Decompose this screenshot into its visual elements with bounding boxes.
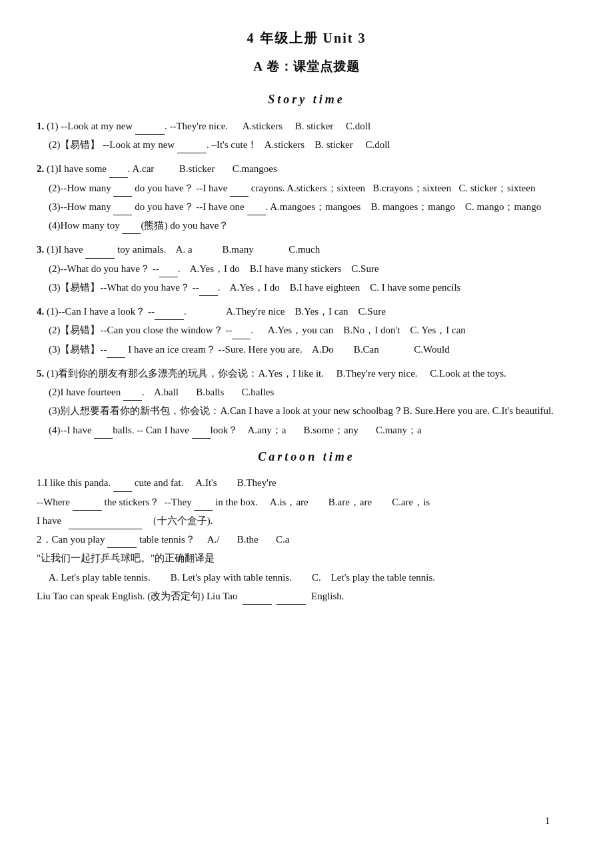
q2-line3: (3)--How many do you have？ --I have one …	[37, 198, 576, 215]
blank-q2-4[interactable]	[113, 205, 132, 215]
blank-q4-2[interactable]	[232, 329, 251, 339]
blank-q5-2[interactable]	[94, 428, 113, 439]
blank-q2-6[interactable]	[122, 223, 141, 234]
q1-line1: 1. (1) --Look at my new . --They're nice…	[37, 117, 576, 135]
blank-q2-3[interactable]	[230, 186, 249, 197]
q5-line2: (2)I have fourteen . A.ball B.balls C.ba…	[37, 383, 576, 401]
q3-label: 3.	[37, 244, 44, 255]
q1-line2: (2)【易错】 --Look at my new . –It's cute！ A…	[37, 136, 576, 153]
question-3: 3. (1)I have toy animals. A. a B.many C.…	[37, 241, 576, 296]
question-4: 4. (1)--Can I have a look？ --. A.They're…	[37, 303, 576, 358]
cartoon-line3: I have （十六个盒子).	[37, 512, 576, 529]
cartoon-line4: 2．Can you play table tennis？ A./ B.the C…	[37, 531, 576, 548]
blank-c5[interactable]	[107, 537, 137, 548]
page-wrapper: 4 年级上册 Unit 3 A 卷：课堂点拨题 Story time 1. (1…	[37, 27, 576, 841]
question-1: 1. (1) --Look at my new . --They're nice…	[37, 117, 576, 154]
blank-q3-2[interactable]	[159, 267, 178, 277]
q5-label: 5.	[37, 368, 44, 379]
blank-c7[interactable]	[277, 594, 306, 605]
q4-line3: (3)【易错】-- I have an ice cream？ --Sure. H…	[37, 341, 576, 358]
q5-line1: 5. (1)看到你的朋友有那么多漂亮的玩具，你会说：A.Yes，I like i…	[37, 365, 576, 382]
blank-c4[interactable]	[69, 519, 142, 529]
blank-q2-5[interactable]	[247, 205, 266, 215]
blank-q3-1[interactable]	[85, 248, 115, 259]
blank-q5-1[interactable]	[123, 390, 142, 401]
question-2: 2. (1)I have some . A.car B.sticker C.ma…	[37, 160, 576, 234]
q2-label: 2.	[37, 163, 44, 174]
blank-q2-1[interactable]	[109, 167, 128, 178]
q4-line1: 4. (1)--Can I have a look？ --. A.They're…	[37, 303, 576, 320]
cartoon-line5: "让我们一起打乒乓球吧。"的正确翻译是	[37, 549, 576, 567]
q3-line1: 3. (1)I have toy animals. A. a B.many C.…	[37, 241, 576, 258]
sub-title: A 卷：课堂点拨题	[37, 55, 576, 77]
blank-q4-3[interactable]	[107, 347, 125, 358]
blank-c3[interactable]	[194, 500, 213, 511]
section1-title: Story time	[37, 89, 576, 111]
q2-line4: (4)How many toy (熊猫) do you have？	[37, 217, 576, 234]
cartoon-line6: Liu Tao can speak English. (改为否定句) Liu T…	[37, 587, 576, 605]
main-title: 4 年级上册 Unit 3	[37, 27, 576, 50]
blank-c6[interactable]	[243, 594, 272, 605]
question-5: 5. (1)看到你的朋友有那么多漂亮的玩具，你会说：A.Yes，I like i…	[37, 365, 576, 439]
blank-c1[interactable]	[113, 481, 132, 492]
q5-line3: (3)别人想要看看你的新书包，你会说：A.Can I have a look a…	[37, 402, 576, 419]
blank-q4-1[interactable]	[155, 309, 184, 320]
q3-line3: (3)【易错】--What do you have？ --. A.Yes，I d…	[37, 279, 576, 296]
blank-q3-3[interactable]	[199, 285, 218, 296]
blank-q1-1[interactable]	[135, 124, 165, 135]
cartoon-section: 1.I like this panda. cute and fat. A.It'…	[37, 474, 576, 605]
cartoon-line2: --Where the stickers？ --They in the box.…	[37, 493, 576, 511]
q2-line1: 2. (1)I have some . A.car B.sticker C.ma…	[37, 160, 576, 177]
q1-label: 1.	[37, 121, 44, 131]
blank-q1-2[interactable]	[177, 143, 207, 153]
blank-q2-2[interactable]	[113, 186, 132, 197]
cartoon-line5a: A. Let's play table tennis. B. Let's pla…	[37, 569, 576, 586]
cartoon-line1: 1.I like this panda. cute and fat. A.It'…	[37, 474, 576, 491]
q4-line2: (2)【易错】--Can you close the window？ --. A…	[37, 321, 576, 339]
blank-c2[interactable]	[73, 500, 102, 511]
blank-q5-3[interactable]	[192, 428, 211, 439]
page-number: 1	[545, 813, 550, 830]
q3-line2: (2)--What do you have？ --. A.Yes，I do B.…	[37, 260, 576, 277]
section2-title: Cartoon time	[37, 447, 576, 468]
q5-line4: (4)--I have balls. -- Can I have look？ A…	[37, 421, 576, 439]
q4-label: 4.	[37, 306, 44, 317]
q2-line2: (2)--How many do you have？ --I have cray…	[37, 179, 576, 197]
